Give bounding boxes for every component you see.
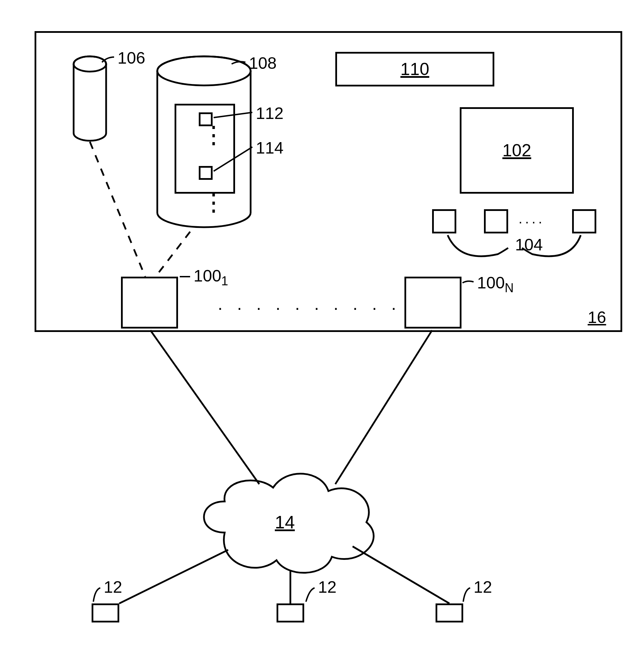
label-12-c: 12 [474,578,492,597]
client-12-a [92,603,119,622]
label-112: 112 [256,104,283,123]
label-102: 102 [502,140,531,160]
label-106able: 106 [118,48,145,67]
label-110: 110 [400,59,429,79]
dots-inner-sq: ⋮ [202,130,224,140]
dots-db-below: ⋮ [202,197,224,207]
client-12-b [277,603,304,622]
dots-104: .... [519,211,545,227]
svg-line-6 [150,330,259,484]
label-104: 104 [515,235,543,254]
label-14: 14 [275,512,295,533]
server-100-1 [121,277,178,329]
label-12-b: 12 [318,578,336,597]
label-100-n-prefix: 100 [477,274,505,292]
dots-100: . . . . . . . . . . [218,294,401,314]
component-110: 110 [335,52,494,86]
svg-line-7 [335,330,432,484]
component-102: 102 [460,107,574,194]
unit-104-c [572,209,596,233]
label-12-a: 12 [104,578,122,597]
label-100-1-sub: 1 [221,274,228,288]
database-106 [73,55,107,142]
server-100-n [404,277,461,329]
label-100-n: 100N [477,273,514,295]
record-114 [199,166,213,180]
diagram-canvas: 110 102 106 108 112 114 104 1001 100N 16… [0,0,644,665]
label-100-1-prefix: 100 [194,267,221,285]
label-114: 114 [256,138,283,157]
unit-104-a [432,209,456,233]
client-12-c [436,603,463,622]
label-100-1: 1001 [194,266,228,288]
label-100-n-sub: N [505,281,514,295]
unit-104-b [484,209,508,233]
label-16: 16 [588,308,606,327]
label-108: 108 [249,54,277,73]
